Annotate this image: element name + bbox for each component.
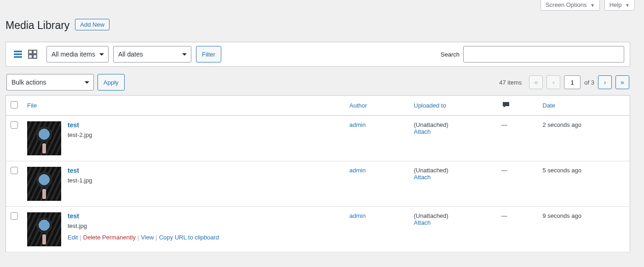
screen-options-button[interactable]: Screen Options ▼ [540,0,600,11]
media-thumbnail[interactable] [27,121,61,155]
row-checkbox[interactable] [11,212,18,220]
chevron-down-icon: ▼ [590,3,595,8]
uploaded-to-text: (Unattached) [414,121,492,128]
comments-cell: — [497,161,538,207]
date-select[interactable]: All dates [113,46,191,62]
select-all-checkbox[interactable] [11,101,18,108]
media-thumbnail[interactable] [27,167,61,201]
view-link[interactable]: View [141,234,154,241]
comment-icon [501,100,511,109]
media-filename: test-1.jpg [68,177,92,184]
search-label: Search [441,51,460,58]
col-header-uploaded-to[interactable]: Uploaded to [414,102,446,109]
svg-rect-1 [14,53,22,55]
prev-page-button[interactable]: ‹ [546,75,560,89]
table-row: testtest-1.jpgadmin(Unattached)Attach—5 … [6,161,630,207]
svg-rect-2 [14,56,22,57]
media-filename: test.jpg [68,222,219,229]
col-header-date[interactable]: Date [543,102,555,109]
media-title-link[interactable]: test [68,167,79,174]
edit-link[interactable]: Edit [68,234,78,241]
grid-view-icon[interactable] [26,48,39,61]
tablenav-top: Bulk actions Apply 47 items « ‹ of 3 › » [6,74,630,91]
page-title: Media Library [6,15,69,34]
date-cell: 5 seconds ago [538,161,630,207]
help-label: Help [610,1,622,8]
copy-url-link[interactable]: Copy URL to clipboard [159,234,219,241]
next-page-button[interactable]: › [598,75,612,89]
bulk-actions-select[interactable]: Bulk actions [6,74,94,91]
svg-rect-3 [29,50,32,54]
total-pages-text: of 3 [584,79,594,86]
svg-rect-0 [14,51,22,52]
screen-meta-links: Screen Options ▼ Help ▼ [0,0,644,11]
attach-link[interactable]: Attach [414,219,431,226]
comments-cell: — [497,116,538,161]
search-input[interactable] [463,46,624,62]
date-cell: 2 seconds ago [538,116,630,161]
col-header-comments[interactable] [497,96,538,116]
media-table: File Author Uploaded to Date testtest-2.… [6,95,630,252]
uploaded-to-text: (Unattached) [414,212,492,219]
media-title-link[interactable]: test [68,121,79,129]
row-checkbox[interactable] [11,167,18,174]
row-actions: Edit|Delete Permanently|View|Copy URL to… [68,234,219,241]
attach-link[interactable]: Attach [414,174,431,181]
table-row: testtest-2.jpgadmin(Unattached)Attach—2 … [6,116,630,161]
media-thumbnail[interactable] [27,212,61,246]
delete-link[interactable]: Delete Permanently [83,234,136,241]
col-header-file[interactable]: File [27,102,37,109]
last-page-button[interactable]: » [615,75,629,89]
filter-button[interactable]: Filter [196,46,221,62]
author-link[interactable]: admin [350,167,366,174]
chevron-down-icon: ▼ [625,3,630,8]
media-filename: test-2.jpg [68,131,92,138]
item-count: 47 items [499,79,522,86]
author-link[interactable]: admin [350,212,366,219]
media-type-select[interactable]: All media items [46,46,109,62]
current-page-input[interactable] [564,75,581,89]
date-cell: 9 seconds ago [538,207,630,252]
comments-cell: — [497,207,538,252]
help-button[interactable]: Help ▼ [604,0,635,11]
attach-link[interactable]: Attach [414,128,431,135]
author-link[interactable]: admin [350,121,366,128]
media-title-link[interactable]: test [68,212,79,220]
first-page-button[interactable]: « [529,75,543,89]
add-new-button[interactable]: Add New [75,19,109,30]
apply-button[interactable]: Apply [98,74,125,91]
filter-toolbar: All media items All dates Filter Search [6,42,630,67]
list-view-icon[interactable] [12,48,24,61]
screen-options-label: Screen Options [546,1,587,8]
row-checkbox[interactable] [11,121,18,129]
svg-rect-6 [33,55,37,58]
col-header-author[interactable]: Author [350,102,367,109]
svg-rect-4 [33,50,37,54]
svg-rect-5 [29,55,32,58]
table-row: testtest.jpgEdit|Delete Permanently|View… [6,207,630,252]
uploaded-to-text: (Unattached) [414,167,492,174]
